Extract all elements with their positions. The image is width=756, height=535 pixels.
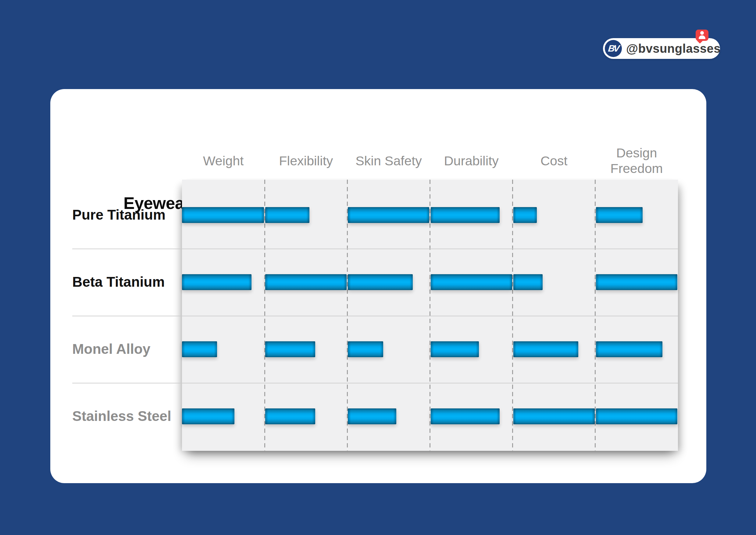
rating-bar-pure-titanium-skin-safety: [348, 207, 429, 223]
rating-bar-beta-titanium-weight: [182, 274, 252, 290]
rating-bar-stainless-steel-flexibility: [265, 408, 315, 424]
column-header-weight: Weight: [182, 141, 265, 181]
person-head-icon: [700, 31, 704, 35]
rating-bar-stainless-steel-skin-safety: [348, 408, 396, 424]
rating-bar-pure-titanium-weight: [182, 207, 264, 223]
column-dashed-separator: [595, 180, 596, 451]
bv-logo-icon: BV: [605, 40, 622, 57]
rating-bar-pure-titanium-flexibility: [265, 207, 310, 223]
rating-bar-monel-alloy-skin-safety: [348, 341, 383, 357]
row-label-beta-titanium: Beta Titanium: [72, 274, 165, 290]
column-header-flexibility: Flexibility: [265, 141, 347, 181]
social-handle: @bvsunglasses: [626, 42, 721, 56]
rating-bar-beta-titanium-flexibility: [265, 274, 347, 290]
rating-bar-stainless-steel-cost: [513, 408, 595, 424]
row-separator: [72, 316, 678, 316]
column-header-design-freedom: Design Freedom: [595, 141, 678, 181]
social-badge-pill[interactable]: BV @bvsunglasses: [603, 38, 720, 59]
rating-bar-pure-titanium-cost: [513, 207, 537, 223]
new-follower-icon: [696, 30, 709, 41]
rating-bar-monel-alloy-design-freedom: [596, 341, 662, 357]
rating-bar-beta-titanium-durability: [431, 274, 512, 290]
row-label-stainless-steel: Stainless Steel: [72, 408, 171, 424]
rating-bar-stainless-steel-weight: [182, 408, 234, 424]
rating-bar-monel-alloy-flexibility: [265, 341, 315, 357]
row-label-monel-alloy: Monel Alloy: [72, 341, 150, 357]
rating-bar-stainless-steel-design-freedom: [596, 408, 677, 424]
rating-bar-monel-alloy-weight: [182, 341, 217, 357]
rating-bar-pure-titanium-durability: [431, 207, 500, 223]
rating-bar-beta-titanium-skin-safety: [348, 274, 413, 290]
column-header-cost: Cost: [513, 141, 595, 181]
column-header-durability: Durability: [430, 141, 512, 181]
rating-bar-beta-titanium-design-freedom: [596, 274, 677, 290]
row-label-pure-titanium: Pure Titanium: [72, 207, 166, 223]
social-badge[interactable]: BV @bvsunglasses: [603, 29, 723, 61]
rating-bar-pure-titanium-design-freedom: [596, 207, 643, 223]
column-dashed-separator: [429, 180, 430, 451]
column-header-skin-safety: Skin Safety: [347, 141, 430, 181]
person-body-icon: [699, 35, 705, 39]
row-separator: [72, 383, 678, 383]
rating-bar-monel-alloy-cost: [513, 341, 578, 357]
column-dashed-separator: [512, 180, 513, 451]
rating-bar-stainless-steel-durability: [431, 408, 500, 424]
rating-bar-beta-titanium-cost: [513, 274, 543, 290]
page-background: BV @bvsunglasses Eyewear Metal Materials…: [0, 0, 756, 535]
bv-monogram: BV: [608, 43, 619, 54]
rating-bar-monel-alloy-durability: [431, 341, 479, 357]
row-separator: [72, 249, 678, 249]
